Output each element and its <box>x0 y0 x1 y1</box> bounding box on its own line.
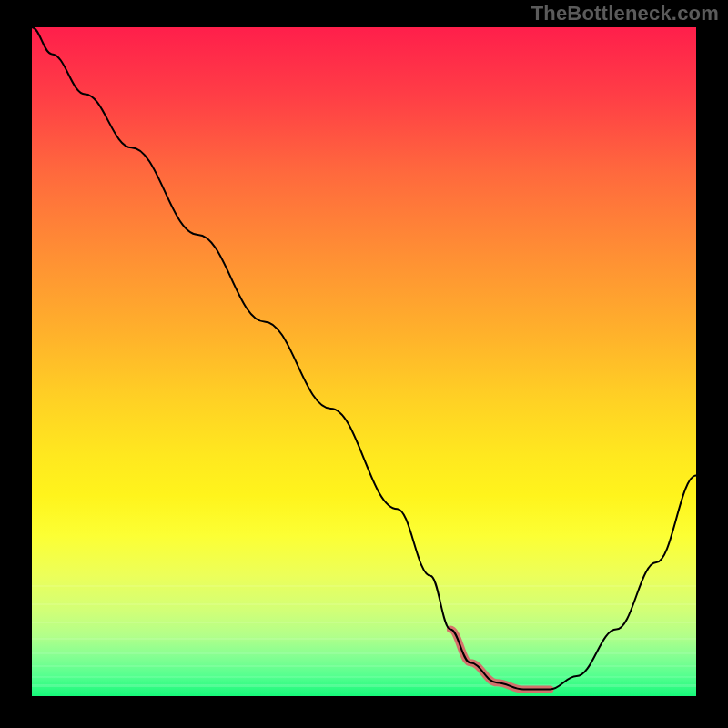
watermark-text: TheBottleneck.com <box>531 2 719 25</box>
plot-area <box>32 27 696 696</box>
bottleneck-curve <box>32 27 696 690</box>
chart-frame: TheBottleneck.com <box>0 0 728 728</box>
curve-svg <box>32 27 696 696</box>
